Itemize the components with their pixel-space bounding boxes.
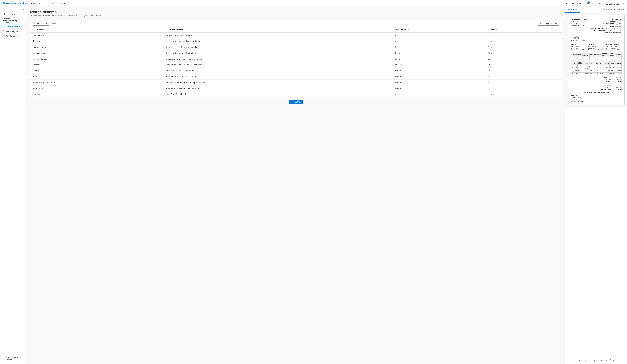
save-btn-container: Save bbox=[30, 97, 562, 107]
sidebar-section-header: Content Understanding bbox=[2, 18, 24, 22]
cell-fieldname: invoiceID bbox=[30, 91, 163, 97]
tab-additional-settings[interactable]: Additional settings bbox=[600, 6, 627, 12]
table-row[interactable]: duedate Date that the invoice is due to … bbox=[30, 38, 562, 44]
svg-rect-7 bbox=[22, 10, 24, 10]
page-subtitle: Review fields from selected template and… bbox=[30, 15, 562, 17]
hubs-link[interactable]: All hubs + projects bbox=[566, 2, 584, 4]
svg-point-18 bbox=[604, 9, 605, 9]
sidebar-define-schema-label: Define schema bbox=[6, 26, 22, 28]
add-field-button[interactable]: + Add new field bbox=[33, 21, 50, 26]
zoom-out-button[interactable] bbox=[578, 359, 582, 363]
cell-description: Identifier of this invoice bbox=[163, 91, 392, 97]
svg-rect-5 bbox=[22, 9, 24, 9]
sidebar: Overview Content Understanding PREVIEW D… bbox=[0, 6, 26, 364]
settings-sliders-icon bbox=[603, 8, 605, 10]
sidebar-section-cu: Content Understanding PREVIEW bbox=[0, 16, 26, 24]
sidebar-item-management[interactable]: Management center bbox=[0, 355, 26, 362]
cell-method: Extract bbox=[485, 33, 562, 38]
schema-panel: Define schema Review fields from selecte… bbox=[26, 6, 565, 364]
page-breadcrumb: Define schema bbox=[51, 2, 65, 4]
notifications-button[interactable]: 1 bbox=[586, 1, 590, 5]
right-panel-body: CONTOSO LTD. Contoso Headquarters 123 45… bbox=[565, 13, 627, 357]
table-row[interactable]: amountdue Total amount billed to the cus… bbox=[30, 85, 562, 91]
svg-rect-2 bbox=[3, 3, 4, 4]
sidebar-toggle[interactable] bbox=[0, 8, 26, 11]
inv-address: Contoso Headquarters 123 456th St New Yo… bbox=[571, 21, 588, 27]
schema-table-container: + Add new field 11/50 Change template bbox=[30, 20, 562, 97]
table-row[interactable]: subtotal Total bill prior to sales tax f… bbox=[30, 62, 562, 68]
sidebar-management-label: Management center bbox=[6, 356, 24, 361]
save-button[interactable]: Save bbox=[289, 100, 303, 104]
app-name: Azure AI Foundry bbox=[6, 2, 26, 4]
table-row[interactable]: customername Name of the customer being … bbox=[30, 44, 562, 50]
zoom-in-button[interactable] bbox=[583, 359, 587, 363]
table-row[interactable]: total Total bill prior to unpaid charges… bbox=[30, 74, 562, 80]
help-button[interactable]: ? bbox=[610, 359, 614, 362]
cell-description: Location where the service took place bbox=[163, 56, 392, 62]
table-row[interactable]: invoicedate Date of the invoice delivery… bbox=[30, 33, 562, 38]
inv-line-table: DATE ITEM CODE DESCRIPTION QTY UM PRICE … bbox=[571, 61, 622, 75]
svg-rect-14 bbox=[3, 27, 3, 28]
section-preview-badge: PREVIEW bbox=[2, 22, 24, 24]
cell-valuetype: Integer bbox=[392, 80, 485, 85]
cell-valuetype: String bbox=[392, 56, 485, 62]
cell-method: Extract bbox=[485, 38, 562, 44]
change-template-button[interactable]: Change template bbox=[538, 21, 559, 26]
table-row[interactable]: previousunpaidbalance Previous outstandi… bbox=[30, 80, 562, 85]
next-page-button[interactable] bbox=[605, 359, 608, 362]
cell-fieldname: customername bbox=[30, 44, 163, 50]
cell-description: Date that the service took place bbox=[163, 50, 392, 56]
table-row[interactable]: salestax Sales tax for the current servi… bbox=[30, 68, 562, 74]
project-dropdown-icon[interactable] bbox=[623, 2, 625, 4]
cell-method: Extract bbox=[485, 74, 562, 80]
inv-thankyou: THANK YOU FOR YOUR BUSINESS! bbox=[571, 92, 622, 94]
page-current: 1 bbox=[598, 360, 599, 362]
app-logo[interactable]: Azure AI Foundry bbox=[2, 2, 26, 5]
svg-rect-15 bbox=[293, 102, 294, 103]
settings-button[interactable] bbox=[592, 1, 596, 5]
notif-badge: 1 bbox=[588, 1, 590, 3]
prev-page-button[interactable] bbox=[593, 359, 596, 362]
table-row[interactable]: serviceaddress Location where the servic… bbox=[30, 56, 562, 62]
sidebar-bottom: Management center bbox=[0, 354, 26, 363]
cell-fieldname: subtotal bbox=[30, 62, 163, 68]
sidebar-item-test-analyzer[interactable]: Test analyzer bbox=[0, 29, 26, 34]
svg-rect-16 bbox=[293, 101, 293, 102]
app-body: Overview Content Understanding PREVIEW D… bbox=[0, 6, 627, 364]
breadcrumb-sep2: / bbox=[49, 2, 49, 4]
cell-description: Total bill prior to sales tax for the cu… bbox=[163, 62, 392, 68]
table-row[interactable]: serviceperiod Date that the service took… bbox=[30, 50, 562, 56]
cell-fieldname: salestax bbox=[30, 68, 163, 74]
user-button[interactable] bbox=[598, 1, 602, 5]
sidebar-item-define-schema[interactable]: Define schema bbox=[0, 24, 26, 29]
fit-to-window-button[interactable] bbox=[588, 359, 592, 363]
cell-description: Date of the invoice delivery bbox=[163, 33, 392, 38]
sidebar-item-build-analyzer[interactable]: Build analyzer bbox=[0, 34, 26, 38]
cell-method: Extract bbox=[485, 62, 562, 68]
table-row[interactable]: invoiceID Identifier of this invoice Str… bbox=[30, 91, 562, 97]
valuetype-info-icon[interactable]: i bbox=[407, 29, 409, 31]
page-navigation: 1 of 1 bbox=[593, 359, 608, 362]
project-breadcrumb[interactable]: sample-project bbox=[30, 2, 47, 4]
col-header-description: Field description bbox=[163, 27, 392, 33]
tab-content[interactable]: Content bbox=[565, 6, 580, 12]
cell-method: Extract bbox=[485, 56, 562, 62]
cell-fieldname: duedate bbox=[30, 38, 163, 44]
schema-toolbar: + Add new field 11/50 Change template bbox=[30, 20, 562, 27]
sidebar-item-overview[interactable]: Overview bbox=[0, 12, 26, 16]
sidebar-overview-label: Overview bbox=[6, 13, 15, 15]
inv-line-item: 3/5/2021 B456 Document Fee 3 $10.00 $3.0… bbox=[571, 70, 622, 72]
svg-rect-11 bbox=[4, 14, 4, 15]
inv-client: Microsoft Corp 123 Other St. Redmond WA,… bbox=[571, 36, 622, 42]
page-title: Define schema bbox=[30, 10, 562, 14]
inv-line-item: 3/6/2021 C789 Printing Fee 10 pages $1.0… bbox=[571, 72, 622, 75]
inv-totals: SUBTOTAL $100.00 SALES TAX $10.00 TOTAL … bbox=[571, 76, 622, 91]
cell-valuetype: Integer bbox=[392, 85, 485, 91]
topnav-right: All hubs + projects 1 Project sample-pro… bbox=[566, 1, 625, 5]
svg-point-19 bbox=[604, 10, 604, 10]
cell-valuetype: String bbox=[392, 91, 485, 97]
method-info-icon[interactable]: i bbox=[496, 29, 498, 31]
svg-rect-1 bbox=[4, 2, 5, 3]
svg-point-17 bbox=[604, 8, 604, 9]
cell-method: Extract bbox=[485, 85, 562, 91]
